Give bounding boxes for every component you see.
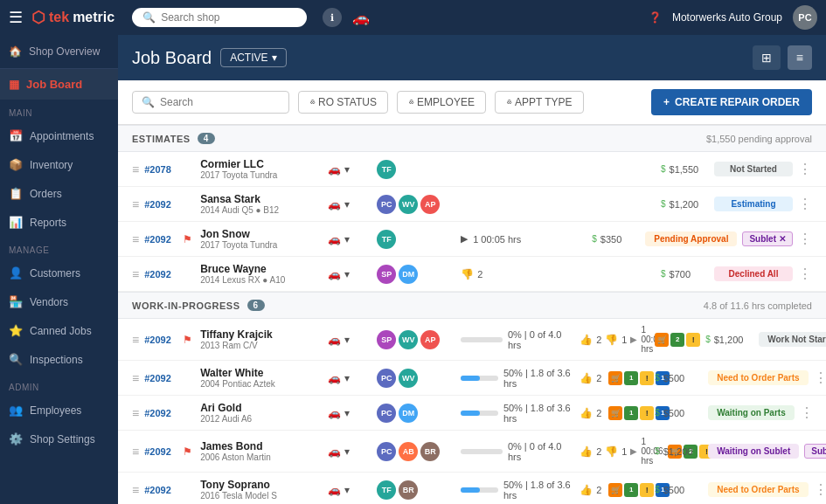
sidebar-item-shop-overview[interactable]: 🏠 Shop Overview <box>0 35 118 69</box>
row-menu-icon[interactable]: ⋮ <box>798 231 812 247</box>
employees-icon: 👥 <box>9 404 23 417</box>
wip-count-badge: 6 <box>247 300 265 311</box>
status-badge: Need to Order Parts <box>708 482 808 497</box>
customers-icon: 👤 <box>9 266 23 280</box>
tech-avatar: WV <box>399 369 418 388</box>
customer-name: Tiffany Krajcik <box>200 328 323 341</box>
customer-info: Cormier LLC 2017 Toyota Tundra <box>200 158 323 180</box>
close-icon[interactable]: ✕ <box>779 234 786 244</box>
chevron-down-icon: ▾ <box>272 52 277 64</box>
vehicle-info: 2004 Pontiac Aztek <box>200 379 323 389</box>
status-badge: Need to Order Parts <box>708 370 808 385</box>
amount: $$1,200 <box>661 199 709 210</box>
vehicle-info: 2017 Toyota Tundra <box>200 240 323 250</box>
amount: $$1,200 <box>705 335 753 345</box>
table-row[interactable]: ≡ #2092 ⚑ James Bond 2006 Aston Martin 🚗… <box>118 431 826 473</box>
row-menu-icon[interactable]: ⋮ <box>814 481 826 498</box>
tech-avatar: AP <box>420 330 440 349</box>
search-input[interactable] <box>161 11 296 24</box>
ro-id: #2078 <box>144 164 177 175</box>
customer-info: Bruce Wayne 2014 Lexus RX ● A10 <box>200 263 323 285</box>
amount: $$1,550 <box>661 164 709 175</box>
vehicle-icon[interactable]: 🚗 <box>352 10 370 26</box>
inventory-icon: 📦 <box>9 158 23 171</box>
appt-type-filter[interactable]: ⧝ APPT TYPE <box>495 91 584 114</box>
row-menu-icon[interactable]: ⋮ <box>798 196 812 212</box>
sidebar-item-orders[interactable]: 📋 Orders <box>0 179 118 208</box>
table-row[interactable]: ≡ #2092 ⚑ Tiffany Krajcik 2013 Ram C/V 🚗… <box>118 319 826 361</box>
calendar-icon: 📅 <box>9 129 23 142</box>
tech-avatars: PC WV AP <box>377 195 455 214</box>
grid-icon: ▦ <box>9 78 19 91</box>
top-nav: ☰ ⬡ tekmetric 🔍 ℹ 🚗 ❓ Motorwerks Auto Gr… <box>0 0 826 35</box>
row-menu-icon[interactable]: ⋮ <box>798 161 812 177</box>
table-row[interactable]: ≡ #2092 ⚑ Tony Soprano 2016 Tesla Model … <box>118 473 826 504</box>
tech-avatar: PC <box>377 442 396 461</box>
sidebar-section-admin: ADMIN <box>0 374 118 396</box>
table-search-input[interactable] <box>160 96 280 108</box>
actions-area: 👍2 🛒 1 ! 1 <box>580 483 649 497</box>
vehicle-type: 🚗 ▾ <box>328 484 371 496</box>
table-row[interactable]: ≡ #2092 ⚑ Bruce Wayne 2014 Lexus RX ● A1… <box>118 257 826 292</box>
employee-filter[interactable]: ⧝ EMPLOYEE <box>397 91 486 114</box>
page-header-left: Job Board ACTIVE ▾ <box>132 48 287 68</box>
customer-info: Walter White 2004 Pontiac Aztek <box>200 367 323 389</box>
amount: $$500 <box>655 485 703 495</box>
grid-view-button[interactable]: ⊞ <box>753 45 781 70</box>
table-row[interactable]: ≡ #2092 ⚑ Walter White 2004 Pontiac Azte… <box>118 361 826 396</box>
progress-area: 50% | 1.8 of 3.6 hrs <box>461 403 574 424</box>
customer-info: Tony Soprano 2016 Tesla Model S <box>200 479 323 501</box>
inspections-icon: 🔍 <box>9 353 23 366</box>
tech-avatars: TF BR <box>377 480 455 500</box>
row-menu-icon[interactable]: ⋮ <box>814 369 826 386</box>
table-row[interactable]: ≡ #2092 ⚑ Ari Gold 2012 Audi A6 🚗 ▾ PC D… <box>118 396 826 431</box>
sidebar-item-employees[interactable]: 👥 Employees <box>0 396 118 425</box>
row-menu-icon[interactable]: ⋮ <box>798 266 812 282</box>
customer-name: Sansa Stark <box>200 193 323 205</box>
tech-avatar: TF <box>377 160 396 179</box>
customer-info: Jon Snow 2017 Toyota Tundra <box>200 228 323 250</box>
table-row[interactable]: ≡ #2092 ⚑ Sansa Stark 2014 Audi Q5 ● B12… <box>118 187 826 222</box>
dollar-icon: $ <box>661 269 666 279</box>
amount: $$1,200 <box>655 446 703 457</box>
tech-avatars: TF <box>377 160 455 179</box>
table-row[interactable]: ≡ #2092 ⚑ Jon Snow 2017 Toyota Tundra 🚗 … <box>118 222 826 257</box>
page-header-right: ⊞ ≡ <box>753 45 812 70</box>
hamburger-icon[interactable]: ☰ <box>9 8 23 27</box>
estimates-section-header: ESTIMATES 4 $1,550 pending approval <box>118 125 826 152</box>
sidebar-item-job-board[interactable]: ▦ Job Board <box>0 69 118 100</box>
tech-avatars: PC AB BR <box>377 442 455 461</box>
row-menu-icon[interactable]: ⋮ <box>800 404 814 421</box>
sidebar-item-reports[interactable]: 📊 Reports <box>0 208 118 237</box>
sidebar-item-inspections[interactable]: 🔍 Inspections <box>0 345 118 374</box>
wip-section-header: WORK-IN-PROGRESS 6 4.8 of 11.6 hrs compl… <box>118 292 826 319</box>
sidebar-item-canned-jobs[interactable]: ⭐ Canned Jobs <box>0 316 118 345</box>
vehicle-info: 2012 Audi A6 <box>200 414 323 424</box>
sidebar-item-vendors[interactable]: 🏪 Vendors <box>0 287 118 316</box>
list-view-button[interactable]: ≡ <box>788 45 812 70</box>
sidebar-item-shop-settings[interactable]: ⚙️ Shop Settings <box>0 425 118 453</box>
tech-avatar: PC <box>377 369 396 388</box>
vehicle-type: 🚗 ▾ <box>328 233 371 245</box>
tech-avatar: WV <box>399 195 418 214</box>
active-filter-badge[interactable]: ACTIVE ▾ <box>220 48 286 67</box>
vehicle-type: 🚗 ▾ <box>328 334 371 346</box>
info-icon[interactable]: ℹ <box>323 8 342 27</box>
table-search-box[interactable]: 🔍 <box>132 91 289 114</box>
vehicle-info: 2014 Lexus RX ● A10 <box>200 275 323 285</box>
ro-id: #2092 <box>144 269 177 280</box>
ro-id: #2092 <box>144 446 177 457</box>
status-badge: Waiting on Parts <box>708 405 795 420</box>
sidebar-item-appointments[interactable]: 📅 Appointments <box>0 121 118 150</box>
sidebar-item-customers[interactable]: 👤 Customers <box>0 259 118 287</box>
sidebar-item-inventory[interactable]: 📦 Inventory <box>0 150 118 179</box>
global-search[interactable]: 🔍 <box>132 8 307 27</box>
ro-status-filter[interactable]: ⧝ RO STATUS <box>298 91 388 114</box>
progress-area: 50% | 1.8 of 3.6 hrs <box>461 480 574 501</box>
page-header: Job Board ACTIVE ▾ ⊞ ≡ <box>118 35 826 80</box>
progress-area: 0% | 0 of 4.0 hrs <box>461 441 574 462</box>
help-icon[interactable]: ❓ <box>649 11 662 24</box>
create-repair-order-button[interactable]: + CREATE REPAIR ORDER <box>651 89 812 115</box>
user-avatar[interactable]: PC <box>793 5 817 30</box>
table-row[interactable]: ≡ #2078 ⚑ Cormier LLC 2017 Toyota Tundra… <box>118 152 826 187</box>
